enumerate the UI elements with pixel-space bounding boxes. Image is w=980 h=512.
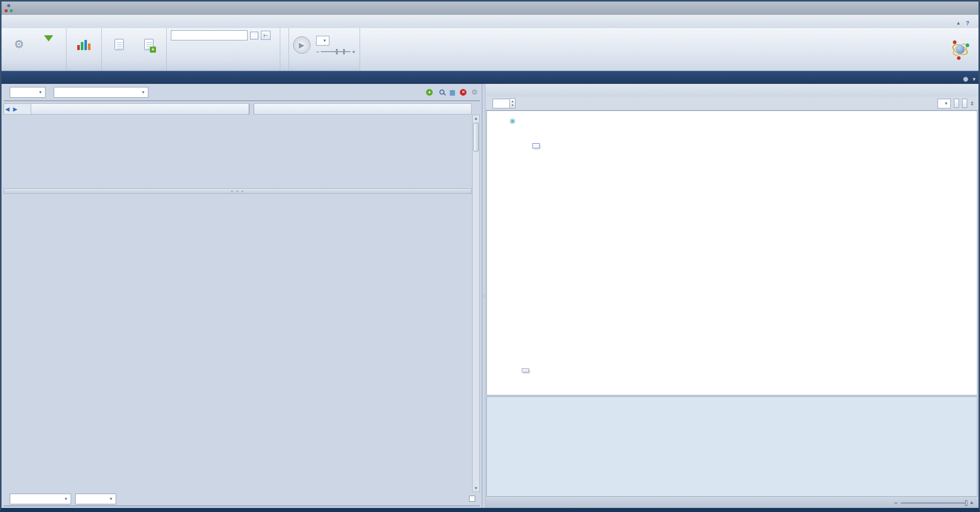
help-icon[interactable]: ? bbox=[966, 20, 969, 26]
import-button[interactable] bbox=[35, 40, 62, 51]
ribbon-group-reports bbox=[66, 28, 102, 71]
scroll-up-icon[interactable]: ▲ bbox=[474, 115, 478, 122]
risk-chart-controls: ▲▼ ▼ ⇕ bbox=[485, 97, 978, 110]
settings-button[interactable]: ⚙ bbox=[6, 37, 32, 53]
gear-icon: ⚙ bbox=[14, 39, 24, 50]
vol-adjust-spinner[interactable]: ▲▼ bbox=[493, 98, 516, 108]
document-icon bbox=[115, 39, 124, 50]
date-info-box bbox=[522, 368, 529, 372]
title-bar bbox=[2, 2, 978, 15]
speed-slider[interactable]: −+ bbox=[316, 49, 355, 55]
zoom-in-icon[interactable]: + bbox=[970, 500, 973, 506]
price-axis bbox=[510, 386, 950, 395]
status-bar: − + bbox=[485, 498, 978, 508]
trading-date-input[interactable] bbox=[171, 30, 248, 40]
trade-analysis-bar: ▼ ▼ bbox=[2, 492, 482, 505]
day-change-axis bbox=[510, 111, 950, 119]
trades-legend[interactable] bbox=[532, 143, 540, 148]
group-label-datetime bbox=[167, 62, 280, 71]
close-position-icon[interactable]: ✕ bbox=[460, 89, 466, 96]
expand-axis-icon[interactable]: ⇕ bbox=[970, 101, 974, 106]
group-label-tradelog bbox=[102, 62, 166, 71]
group-label-playback bbox=[289, 62, 360, 71]
expiry-2-header[interactable] bbox=[254, 103, 472, 115]
interval-select[interactable]: ▼ bbox=[316, 36, 329, 46]
greeks-table bbox=[486, 396, 977, 497]
scroll-down-icon[interactable]: ▼ bbox=[474, 485, 478, 492]
chain-scrollbar[interactable]: ▲ ▼ bbox=[472, 115, 480, 492]
group-label-windows bbox=[280, 62, 288, 71]
chain-splitter[interactable]: ● ● ● bbox=[4, 188, 472, 194]
trade-log-button[interactable] bbox=[106, 37, 132, 53]
bar-chart-icon bbox=[77, 39, 91, 50]
calendar-icon[interactable] bbox=[250, 32, 258, 39]
import-icon bbox=[44, 41, 53, 48]
strategy-select[interactable]: ▼ bbox=[54, 87, 148, 98]
scrollbar-thumb[interactable] bbox=[473, 123, 479, 151]
symbol-select[interactable]: ▼ bbox=[10, 87, 46, 98]
pnl-percent-axis bbox=[487, 119, 509, 386]
plot-area[interactable] bbox=[510, 119, 950, 386]
menu-bar: ▲ ? bbox=[2, 15, 978, 28]
ribbon-group-playback: ▶ ▼ −+ bbox=[289, 28, 360, 71]
chain-settings-icon[interactable]: ⚙ bbox=[471, 88, 478, 96]
app-window: ▲ ? ⚙ bbox=[0, 0, 980, 512]
pnl-dollar-axis bbox=[951, 119, 977, 386]
group-label-reports bbox=[66, 62, 101, 71]
lines-button[interactable] bbox=[962, 99, 967, 108]
group-label-accounts bbox=[2, 62, 66, 71]
quote-bar bbox=[4, 100, 480, 101]
zoom-out-icon[interactable]: − bbox=[894, 500, 897, 506]
ignore-trades-checkbox[interactable] bbox=[469, 496, 475, 502]
zoom-slider[interactable] bbox=[901, 502, 967, 504]
expiry-1-header[interactable] bbox=[31, 103, 249, 115]
risk-panel: ▲▼ ▼ ⇕ bbox=[485, 84, 978, 508]
spin-up-icon[interactable]: ▲ bbox=[511, 100, 514, 103]
projection-date-select[interactable]: ▼ bbox=[938, 99, 951, 108]
analysis-mode-select[interactable]: ▼ bbox=[10, 494, 71, 504]
collapse-ribbon-icon[interactable]: ▲ bbox=[956, 20, 961, 26]
app-icon bbox=[5, 4, 13, 12]
reports-button[interactable] bbox=[71, 37, 97, 53]
t0-button[interactable] bbox=[954, 99, 959, 108]
play-button[interactable]: ▶ bbox=[293, 36, 310, 54]
atom-logo-icon bbox=[950, 39, 970, 60]
time-range-button[interactable]: ⊢ bbox=[261, 31, 271, 40]
chain-next-icon[interactable]: ▶ bbox=[12, 106, 18, 113]
commit-button[interactable]: + bbox=[426, 89, 435, 96]
document-plus-icon bbox=[144, 39, 153, 50]
app-logo bbox=[945, 28, 978, 71]
analysis-auto-select[interactable]: ▼ bbox=[75, 494, 116, 504]
commit-trade-button[interactable] bbox=[136, 37, 162, 53]
ribbon-group-windows bbox=[280, 28, 289, 71]
calls-table bbox=[4, 125, 472, 188]
account-selector[interactable]: ▼ bbox=[960, 77, 976, 84]
ribbon-group-accounts: ⚙ bbox=[2, 28, 66, 71]
ribbon: ⚙ bbox=[2, 28, 978, 71]
risk-chart[interactable] bbox=[486, 110, 977, 395]
commit-plus-icon: + bbox=[426, 89, 433, 96]
analysis-panel: ▼ ▼ + ▦ ✕ ⚙ ◀ ▶ bbox=[2, 84, 482, 508]
spin-down-icon[interactable]: ▼ bbox=[511, 104, 514, 107]
find-trade-icon[interactable] bbox=[439, 90, 444, 95]
analysis-table bbox=[4, 505, 480, 506]
chain-prev-icon[interactable]: ◀ bbox=[4, 106, 10, 113]
account-status-icon bbox=[963, 77, 968, 82]
ribbon-group-datetime: ⊢ bbox=[167, 28, 280, 71]
current-price-marker bbox=[510, 119, 515, 123]
ribbon-group-tradelog bbox=[102, 28, 167, 71]
puts-table bbox=[4, 204, 472, 492]
add-grid-icon[interactable]: ▦ bbox=[449, 88, 455, 96]
document-tab-strip: ▼ bbox=[2, 71, 978, 84]
option-chain: ◀ ▶ ● ● ● ▲ ▼ bbox=[4, 103, 480, 492]
